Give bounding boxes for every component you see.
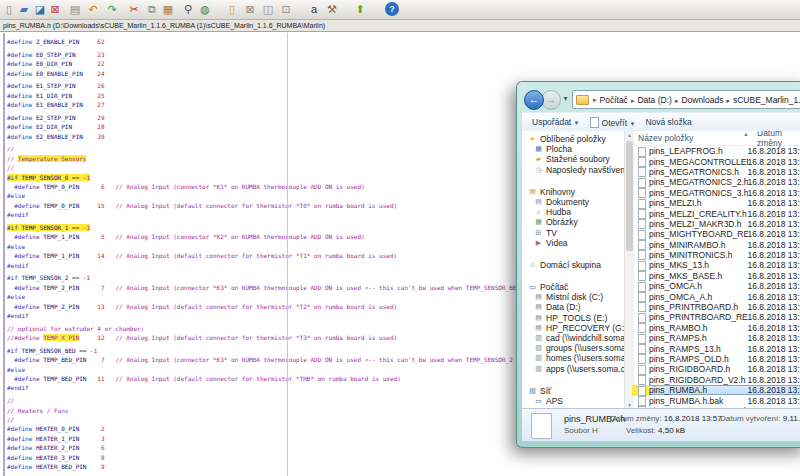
file-row[interactable]: pins_RAMPS.h16.8.2018 13:57 [632, 333, 800, 343]
file-row[interactable]: pins_MKS_BASE.h16.8.2018 13:57 [632, 271, 800, 281]
file-date-modified: 16.8.2018 13:57 [748, 167, 800, 177]
breadcrumb-segment[interactable]: sCUBE_Marlin_1.1.6_RUMBA (1) [731, 95, 800, 105]
sidebar-item-s[interactable]: ▧Síť [522, 386, 624, 396]
sidebar-item-videa[interactable]: ▶Videa [522, 238, 624, 248]
file-date-modified: 16.8.2018 13:57 [748, 229, 800, 239]
file-list: Název položky▲ Datum změny pins_LEAPFROG… [632, 131, 800, 409]
sidebar-item-hudba[interactable]: ♪Hudba [522, 207, 624, 217]
code-segment: TEMP_0_PIN [43, 202, 79, 209]
sidebar-item-aps[interactable]: ▭APS [522, 396, 624, 406]
code-segment: #define [7, 303, 43, 310]
sidebar-item-tv[interactable]: ⊞TV [522, 228, 624, 238]
file-row[interactable]: pins_MELZI_MAKR3D.h16.8.2018 13:57 [632, 219, 800, 229]
file-row[interactable]: pins_MEGATRONICS_2.h16.8.2018 13:57 [632, 177, 800, 187]
file-name: pins_MINITRONICS.h [649, 250, 748, 260]
file-row[interactable]: pins_MEGACONTROLLER.h16.8.2018 13:57 [632, 156, 800, 166]
file-row[interactable]: pins_RUMBA.h.bak16.8.2018 13:57 [632, 395, 800, 405]
file-row[interactable]: pins_OMCA.h16.8.2018 13:57 [632, 281, 800, 291]
breadcrumb-segment[interactable]: Počítač [598, 95, 630, 105]
details-file-type: Soubor H [564, 426, 598, 435]
find-web-icon[interactable]: ◍ [198, 2, 212, 16]
highlighted-code-segment: #if [7, 224, 21, 231]
history-dropdown-icon[interactable]: ▼ [562, 95, 569, 102]
file-row-selected[interactable]: pins_RUMBA.h16.8.2018 13:57 [632, 385, 800, 395]
find-icon[interactable]: ⚲ [181, 2, 195, 16]
cascade-window-icon[interactable]: ⊡ [279, 2, 293, 16]
code-line: #define E0_ENABLE_PIN 24 [7, 69, 800, 78]
save-file-icon[interactable]: ◪ [33, 2, 47, 16]
code-segment: 3 [101, 435, 105, 442]
settings-icon[interactable]: ⚒ [325, 2, 339, 16]
file-row[interactable]: pins_MINITRONICS.h16.8.2018 13:57 [632, 250, 800, 260]
code-segment: == [68, 274, 82, 281]
file-row[interactable]: pins_MINIRAMBO.h16.8.2018 13:57 [632, 240, 800, 250]
sidebar-item-dokumenty[interactable]: ▤Dokumenty [522, 197, 624, 207]
new-folder-button[interactable]: Nová složka [645, 117, 691, 127]
sidebar-item-sta-en-soubory[interactable]: ▰Stažené soubory [522, 154, 624, 164]
open-button[interactable]: Otevřít ▼ [590, 117, 636, 128]
forward-button[interactable]: → [541, 90, 561, 110]
code-segment: // Heaters / Fans [7, 407, 68, 414]
file-row[interactable]: pins_MEGATRONICS_3.h16.8.2018 13:57 [632, 188, 800, 198]
breadcrumb-segment[interactable]: Data (D:) [635, 95, 673, 105]
column-header-name[interactable]: Název položky▲ [632, 133, 757, 143]
file-row[interactable]: pins_PRINTRBOARD_REVF.h16.8.2018 13:57 [632, 312, 800, 322]
redo-icon[interactable]: ↷ [105, 2, 119, 16]
sidebar-item-obl-ben-polo-ky[interactable]: ★Oblíbené položky [522, 134, 624, 144]
file-row[interactable]: pins_LEAPFROG.h16.8.2018 13:57 [632, 146, 800, 156]
file-row[interactable]: pins_MELZI_CREALITY.h16.8.2018 13:57 [632, 208, 800, 218]
breadcrumb[interactable]: ▸ Počítač▸Data (D:)▸Downloads▸sCUBE_Marl… [572, 90, 800, 109]
font-icon[interactable]: a [307, 2, 321, 16]
sidebar-item-groups-users-soma-cz[interactable]: ▥groups (\\users.soma.cz) [522, 343, 624, 353]
breadcrumb-segment[interactable]: Downloads [679, 95, 725, 105]
file-date-modified: 16.8.2018 13:57 [748, 302, 800, 312]
file-row[interactable]: pins_MKS_13.h16.8.2018 13:57 [632, 260, 800, 270]
file-row[interactable]: pins_RIGIDBOARD.h16.8.2018 13:57 [632, 364, 800, 374]
sidebar-item-homes-users-soma-cz[interactable]: ▥homes (\\users.soma.cz) [522, 353, 624, 363]
print-icon[interactable]: ▤ [68, 2, 82, 16]
file-row[interactable]: pins_PRINTRBOARD.h16.8.2018 13:57 [632, 302, 800, 312]
new-note-icon[interactable]: ▯ [225, 2, 239, 16]
file-row[interactable]: pins_RAMPS_13.h16.8.2018 13:57 [632, 343, 800, 353]
split-window-icon[interactable]: ◫ [261, 2, 275, 16]
undo-icon[interactable]: ↶ [86, 2, 100, 16]
close-window-icon[interactable]: ⊠ [243, 2, 257, 16]
cut-icon[interactable]: ✂ [127, 2, 141, 16]
sidebar-item-obr-zky[interactable]: ▦Obrázky [522, 217, 624, 227]
sidebar-item-knihovny[interactable]: ▤Knihovny [522, 187, 624, 197]
back-button[interactable]: ← [524, 90, 544, 110]
file-row[interactable]: pins_MEGATRONICS.h16.8.2018 13:57 [632, 167, 800, 177]
sidebar-item-naposledy-nav-t-ven[interactable]: ◷Naposledy navštívené [522, 165, 624, 175]
paste-icon[interactable]: ▦ [161, 2, 175, 16]
file-row[interactable]: pins_MIGHTYBOARD_REVE.h16.8.2018 13:57 [632, 229, 800, 239]
sidebar-item-plocha[interactable]: ▦Plocha [522, 144, 624, 154]
organize-button[interactable]: Uspořádat ▼ [532, 117, 580, 127]
sidebar-item-dom-c-skupina[interactable]: ⌂Domácí skupina [522, 260, 624, 270]
file-row[interactable]: pins_RIGIDBOARD_V2.h16.8.2018 13:57 [632, 375, 800, 385]
file-row[interactable]: pins_RAMBO.h16.8.2018 13:57 [632, 323, 800, 333]
sidebar-item-hp-recovery-g[interactable]: ▤HP_RECOVERY (G:) [522, 323, 624, 333]
file-icon [632, 198, 649, 209]
editor-tab[interactable]: pins_RUMBA.h (D:\Downloads\sCUBE_Marlin_… [0, 20, 800, 32]
code-segment: // [7, 397, 14, 404]
sidebar-item-apps-users-soma-cz-z[interactable]: ▥apps (\\users.soma.cz) (Z [522, 364, 624, 374]
open-file-icon[interactable]: ▰ [17, 2, 31, 16]
sidebar-item-po-ta[interactable]: ▭Počítač [522, 282, 624, 292]
code-segment: TEMP_0_PIN [43, 183, 79, 190]
file-row[interactable]: pins_MELZI.h16.8.2018 13:57 [632, 198, 800, 208]
update-icon[interactable]: ⬆ [353, 2, 367, 16]
help-icon[interactable]: ? [385, 2, 399, 16]
copy-icon[interactable]: ⧉ [145, 2, 159, 16]
sidebar-item-hp-tools-e[interactable]: ▤HP_TOOLS (E:) [522, 313, 624, 323]
sidebar-item-cad-windchill-soma-cz[interactable]: ▥cad (\\windchill.soma.cz) [522, 333, 624, 343]
file-page-icon [638, 386, 646, 396]
sidebar-item-data-d[interactable]: ▤Data (D:) [522, 302, 624, 312]
file-row[interactable]: pins_RAMPS_OLD.h16.8.2018 13:57 [632, 354, 800, 364]
close-file-icon[interactable]: ⊠ [48, 2, 62, 16]
file-date-modified: 16.8.2018 13:57 [748, 333, 800, 343]
local-disk-icon: ▤ [534, 292, 543, 302]
file-row[interactable]: pins_OMCA_A.h16.8.2018 13:57 [632, 291, 800, 301]
sidebar-item-label: TV [546, 228, 557, 238]
new-file-icon[interactable]: ▯ [2, 2, 16, 16]
sidebar-item-m-stn-disk-c[interactable]: ▤Místní disk (C:) [522, 292, 624, 302]
